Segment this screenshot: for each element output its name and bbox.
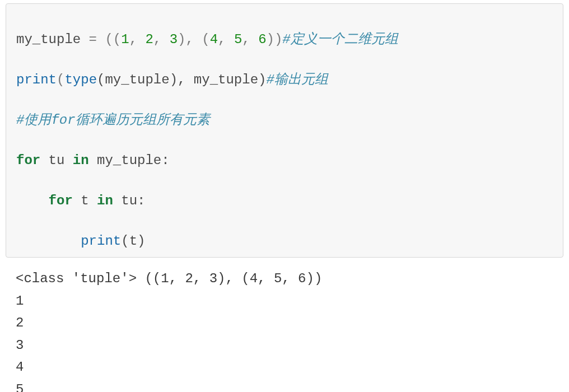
code-number: 3 bbox=[170, 32, 178, 47]
output-line: 5 bbox=[16, 382, 24, 392]
code-args: (t) bbox=[121, 234, 145, 249]
code-line-6: print(t) bbox=[16, 231, 553, 251]
output-block: <class 'tuple'> ((1, 2, 3), (4, 5, 6)) 1… bbox=[0, 263, 569, 392]
code-func: type bbox=[64, 72, 97, 87]
code-number: 1 bbox=[121, 32, 129, 47]
code-block: my_tuple = ((1, 2, 3), (4, 5, 6))#定义一个二维… bbox=[6, 3, 563, 258]
code-comment: #定义一个二维元组 bbox=[282, 32, 398, 47]
code-text: t bbox=[73, 193, 97, 208]
output-line: <class 'tuple'> ((1, 2, 3), (4, 5, 6)) bbox=[16, 271, 322, 286]
code-text: tu: bbox=[113, 193, 146, 208]
code-number: 2 bbox=[145, 32, 153, 47]
output-line: 1 bbox=[16, 293, 24, 309]
code-line-3: #使用for循环遍历元组所有元素 bbox=[16, 110, 553, 130]
code-text: my_tuple: bbox=[89, 153, 170, 168]
code-keyword: for bbox=[16, 153, 40, 168]
code-indent bbox=[16, 234, 81, 249]
code-args: (my_tuple), my_tuple) bbox=[97, 72, 266, 87]
code-func: print bbox=[16, 72, 57, 87]
code-text: tu bbox=[40, 153, 73, 168]
code-number: 5 bbox=[234, 32, 242, 47]
code-keyword: in bbox=[97, 193, 113, 208]
code-line-2: print(type(my_tuple), my_tuple)#输出元组 bbox=[16, 70, 553, 90]
code-keyword: in bbox=[73, 153, 89, 168]
code-comment: #使用for循环遍历元组所有元素 bbox=[16, 113, 210, 128]
code-paren: ( bbox=[57, 72, 64, 87]
code-comma: , bbox=[153, 32, 170, 47]
output-line: 4 bbox=[16, 360, 24, 375]
code-comma: , bbox=[242, 32, 258, 47]
code-comma: , bbox=[218, 32, 234, 47]
code-keyword: for bbox=[49, 193, 73, 208]
code-number: 6 bbox=[258, 32, 266, 47]
code-line-5: for t in tu: bbox=[16, 191, 553, 211]
code-number: 4 bbox=[210, 32, 218, 47]
code-paren: )) bbox=[267, 32, 283, 47]
code-comment: #输出元组 bbox=[266, 72, 328, 87]
code-indent bbox=[16, 193, 49, 208]
output-line: 3 bbox=[16, 338, 24, 353]
code-func: print bbox=[81, 234, 121, 249]
code-comma: , bbox=[129, 32, 146, 47]
code-line-4: for tu in my_tuple: bbox=[16, 151, 553, 171]
code-paren: ), ( bbox=[178, 32, 210, 47]
code-variable: my_tuple bbox=[16, 32, 81, 47]
code-op: = (( bbox=[81, 32, 121, 47]
code-line-1: my_tuple = ((1, 2, 3), (4, 5, 6))#定义一个二维… bbox=[16, 30, 553, 50]
output-line: 2 bbox=[16, 315, 24, 330]
